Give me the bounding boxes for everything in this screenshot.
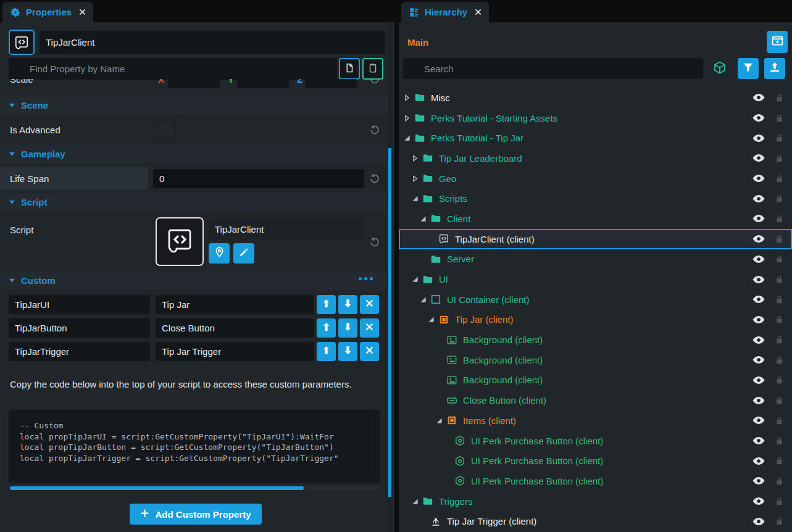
lock-icon[interactable] <box>775 416 785 425</box>
collapse-arrow-icon[interactable] <box>404 135 414 141</box>
reset-icon[interactable] <box>368 79 381 86</box>
lock-icon[interactable] <box>775 436 785 446</box>
lock-icon[interactable] <box>775 174 785 183</box>
lock-icon[interactable] <box>775 214 785 223</box>
scale-z-input[interactable] <box>305 79 357 88</box>
lock-icon[interactable] <box>775 254 785 264</box>
expand-arrow-icon[interactable] <box>404 94 414 101</box>
scale-x-input[interactable] <box>168 79 220 88</box>
tree-row[interactable]: Background (client) <box>399 350 792 370</box>
expand-arrow-icon[interactable] <box>412 155 422 162</box>
life-span-input[interactable] <box>153 169 364 188</box>
visibility-eye-icon[interactable] <box>752 192 765 206</box>
lock-icon[interactable] <box>775 154 785 163</box>
visibility-eye-icon[interactable] <box>752 131 765 145</box>
custom-value-input[interactable] <box>156 342 314 361</box>
close-tab-icon[interactable] <box>77 9 86 15</box>
custom-value-input[interactable] <box>156 318 314 338</box>
move-up-button[interactable] <box>317 342 336 361</box>
collapse-arrow-icon[interactable] <box>412 195 422 202</box>
visibility-eye-icon[interactable] <box>752 212 765 225</box>
expand-arrow-icon[interactable] <box>404 115 414 122</box>
section-header-script[interactable]: Script <box>0 193 388 211</box>
collapse-arrow-icon[interactable] <box>412 498 422 505</box>
lock-icon[interactable] <box>775 456 785 465</box>
visibility-eye-icon[interactable] <box>752 353 765 367</box>
visibility-eye-icon[interactable] <box>752 454 765 468</box>
tree-row[interactable]: Items (client) <box>399 410 792 431</box>
lock-icon[interactable] <box>775 375 785 384</box>
paste-properties-button[interactable] <box>362 58 383 80</box>
vertical-scrollbar-thumb[interactable] <box>388 148 391 497</box>
reset-icon[interactable] <box>368 172 381 186</box>
tree-row[interactable]: Perks Tutorial - Tip Jar <box>399 128 792 148</box>
close-tab-icon[interactable] <box>472 9 481 15</box>
visibility-eye-icon[interactable] <box>752 172 765 185</box>
visibility-eye-icon[interactable] <box>752 515 765 528</box>
tree-row[interactable]: Misc <box>399 88 792 108</box>
section-header-custom[interactable]: Custom <box>0 272 388 289</box>
custom-name-input[interactable] <box>9 342 150 361</box>
collapse-arrow-icon[interactable] <box>420 296 430 303</box>
add-custom-property-button[interactable]: Add Custom Property <box>130 504 262 525</box>
section-header-scene[interactable]: Scene <box>0 96 388 114</box>
lock-icon[interactable] <box>775 497 785 506</box>
tree-row[interactable]: Client <box>399 209 792 229</box>
script-asset-thumbnail[interactable] <box>156 217 204 266</box>
publish-button[interactable] <box>764 58 785 79</box>
tree-row[interactable]: Background (client) <box>399 370 792 391</box>
lock-icon[interactable] <box>775 194 785 203</box>
tree-row[interactable]: Geo <box>399 168 792 189</box>
visibility-eye-icon[interactable] <box>752 313 765 326</box>
tab-properties[interactable]: Properties <box>2 2 93 22</box>
expand-arrow-icon[interactable] <box>412 175 422 182</box>
lock-icon[interactable] <box>775 396 785 405</box>
visibility-eye-icon[interactable] <box>752 333 765 347</box>
tree-row[interactable]: UI Perk Purchase Button (client) <box>399 431 792 451</box>
vertical-scrollbar[interactable] <box>388 22 391 532</box>
lock-icon[interactable] <box>775 335 785 344</box>
visibility-eye-icon[interactable] <box>752 434 765 447</box>
horizontal-scrollbar[interactable] <box>9 486 380 490</box>
ellipsis-menu-icon[interactable] <box>359 277 373 280</box>
tree-row[interactable]: Tip Jar (client) <box>399 310 792 330</box>
move-up-button[interactable] <box>317 295 336 314</box>
tree-row[interactable]: UI <box>399 269 792 289</box>
lock-icon[interactable] <box>775 275 785 284</box>
visibility-eye-icon[interactable] <box>752 91 765 104</box>
delete-custom-property-button[interactable] <box>360 342 379 361</box>
script-name-field[interactable]: TipJarClient <box>209 219 364 239</box>
visibility-eye-icon[interactable] <box>752 273 765 286</box>
tree-row[interactable]: Close Button (client) <box>399 390 792 410</box>
copy-properties-button[interactable] <box>339 58 360 80</box>
lock-icon[interactable] <box>775 517 785 526</box>
collapse-arrow-icon[interactable] <box>412 276 422 283</box>
move-down-button[interactable] <box>338 295 357 314</box>
tree-row[interactable]: Tip Jar Leaderboard <box>399 148 792 168</box>
lock-icon[interactable] <box>775 476 785 486</box>
section-header-gameplay[interactable]: Gameplay <box>0 145 388 163</box>
collapse-arrow-icon[interactable] <box>420 215 430 222</box>
tree-row[interactable]: Tip Jar Trigger (client) <box>399 511 792 531</box>
tree-row[interactable]: Perks Tutorial - Starting Assets <box>399 108 792 128</box>
tree-row[interactable]: Background (client) <box>399 330 792 350</box>
hierarchy-root-label[interactable]: Main <box>407 37 428 48</box>
property-search-input[interactable] <box>9 58 337 80</box>
scene-window-button[interactable] <box>767 31 788 53</box>
lock-icon[interactable] <box>775 355 785 365</box>
tree-row[interactable]: Triggers <box>399 491 792 512</box>
visibility-eye-icon[interactable] <box>752 151 765 165</box>
visibility-eye-icon[interactable] <box>752 293 765 306</box>
visibility-eye-icon[interactable] <box>752 394 765 407</box>
custom-value-input[interactable] <box>156 295 314 314</box>
hierarchy-search-input[interactable] <box>403 58 703 79</box>
move-up-button[interactable] <box>317 318 336 338</box>
tab-hierarchy[interactable]: Hierarchy <box>401 2 489 22</box>
edit-script-button[interactable] <box>233 243 254 264</box>
horizontal-scrollbar-thumb[interactable] <box>10 486 304 490</box>
filter-button[interactable] <box>738 58 759 79</box>
lock-icon[interactable] <box>775 114 785 123</box>
lock-icon[interactable] <box>775 235 785 244</box>
visibility-eye-icon[interactable] <box>752 474 765 488</box>
is-advanced-checkbox[interactable] <box>157 122 175 138</box>
